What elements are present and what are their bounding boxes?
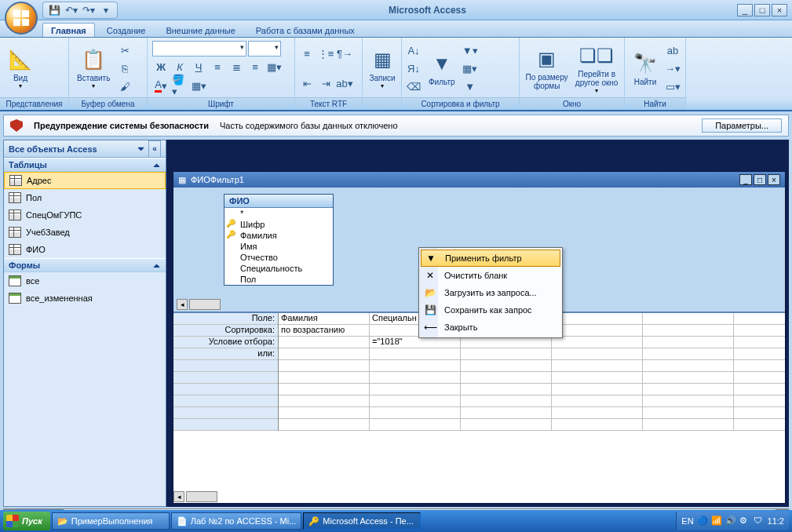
cell-field-1[interactable]: Фамилия bbox=[279, 313, 370, 324]
field-list-title[interactable]: ФИО bbox=[224, 195, 333, 208]
find-button[interactable]: 🔭 Найти bbox=[628, 40, 662, 97]
ltr-icon[interactable]: ¶→ bbox=[336, 45, 353, 62]
tray-icon[interactable]: 🔵 bbox=[697, 516, 708, 527]
cut-icon[interactable]: ✂ bbox=[116, 42, 133, 59]
nav-dropdown-icon[interactable]: ⏷ bbox=[137, 144, 145, 153]
nav-table-spec[interactable]: СпецОмГУПС bbox=[4, 206, 166, 224]
fill-color-icon[interactable]: 🪣▾ bbox=[171, 77, 188, 94]
bullets-icon[interactable]: ⋮≡ bbox=[317, 45, 334, 62]
collapse-icon[interactable]: ⏶ bbox=[153, 261, 161, 270]
tab-dbtools[interactable]: Работа с базами данных bbox=[247, 23, 363, 37]
increase-indent-icon[interactable]: ⇥ bbox=[317, 75, 334, 92]
menu-apply-filter[interactable]: ▼Применить фильтр bbox=[421, 250, 560, 267]
restore-button[interactable]: □ bbox=[754, 4, 770, 16]
field-otchestvo[interactable]: Отчество bbox=[224, 252, 333, 263]
tab-external[interactable]: Внешние данные bbox=[157, 23, 243, 37]
clock[interactable]: 11:2 bbox=[768, 516, 784, 526]
nav-collapse-button[interactable]: « bbox=[148, 140, 161, 158]
align-left-icon[interactable]: ≡ bbox=[209, 58, 226, 75]
gridlines-icon[interactable]: ▦▾ bbox=[265, 58, 283, 75]
doc-close-button[interactable]: × bbox=[768, 174, 780, 185]
goto-icon[interactable]: →▾ bbox=[664, 60, 681, 77]
qat-dropdown-icon[interactable]: ▾ bbox=[100, 4, 112, 16]
design-surface[interactable]: ФИО * Шифр Фамилия Имя Отчество Специаль… bbox=[173, 188, 785, 313]
italic-icon[interactable]: К bbox=[171, 58, 188, 75]
menu-close[interactable]: ⟵Закрыть bbox=[421, 319, 560, 336]
nav-form-all[interactable]: все bbox=[4, 272, 166, 290]
start-button[interactable]: Пуск bbox=[3, 512, 50, 530]
tray-icon[interactable]: 🛡 bbox=[754, 516, 765, 527]
minimize-button[interactable]: _ bbox=[737, 4, 753, 16]
field-familia[interactable]: Фамилия bbox=[224, 230, 333, 241]
field-shifr[interactable]: Шифр bbox=[224, 219, 333, 230]
doc-maximize-button[interactable]: □ bbox=[754, 174, 766, 185]
menu-save-query[interactable]: 💾Сохранить как запрос bbox=[421, 301, 560, 319]
field-star[interactable]: * bbox=[224, 208, 333, 219]
numbering-icon[interactable]: ≡ bbox=[298, 45, 316, 62]
collapse-icon[interactable]: ⏶ bbox=[153, 161, 161, 169]
select-icon[interactable]: ▭▾ bbox=[664, 78, 681, 95]
filter-button[interactable]: ▼ Фильтр bbox=[424, 40, 460, 97]
advanced-filter-icon[interactable]: ▦▾ bbox=[462, 60, 479, 77]
close-button[interactable]: × bbox=[772, 4, 787, 16]
tab-create[interactable]: Создание bbox=[98, 23, 155, 37]
cell-sort-1[interactable]: по возрастанию bbox=[279, 325, 370, 336]
field-imya[interactable]: Имя bbox=[224, 241, 333, 252]
field-spec[interactable]: Специальность bbox=[224, 263, 333, 274]
office-button[interactable] bbox=[5, 2, 38, 35]
grid-scroll-nav[interactable]: ◂ bbox=[173, 490, 217, 503]
scroll-left-icon[interactable]: ◂ bbox=[177, 299, 188, 310]
menu-clear-grid[interactable]: ✕Очистить бланк bbox=[421, 267, 560, 284]
taskbar-access[interactable]: 🔑Microsoft Access - Пе... bbox=[303, 512, 421, 530]
alt-fill-icon[interactable]: ▦▾ bbox=[190, 77, 207, 94]
taskbar-folder[interactable]: 📂ПримерВыполнения bbox=[52, 512, 170, 530]
tray-icon[interactable]: ⚙ bbox=[739, 516, 750, 527]
save-icon[interactable]: 💾 bbox=[48, 4, 60, 16]
redo-icon[interactable]: ↷▾ bbox=[82, 4, 95, 16]
underline-icon[interactable]: Ч bbox=[190, 58, 207, 75]
records-button[interactable]: ▦ Записи ▾ bbox=[366, 40, 399, 97]
nav-section-tables[interactable]: Таблицы⏶ bbox=[4, 158, 166, 172]
nav-table-fio[interactable]: ФИО bbox=[4, 241, 166, 258]
taskbar-word[interactable]: 📄Лаб №2 по ACCESS - Mi... bbox=[171, 512, 302, 530]
nav-header[interactable]: Все объекты Access ⏷ « bbox=[4, 140, 166, 158]
sort-desc-icon[interactable]: Я↓ bbox=[405, 60, 422, 77]
nav-form-all-modified[interactable]: все_измененная bbox=[4, 290, 166, 307]
switch-window-button[interactable]: ❏❏ Перейти в другое окно ▾ bbox=[572, 40, 621, 97]
security-options-button[interactable]: Параметры... bbox=[702, 118, 782, 133]
scroll-left-icon[interactable]: ◂ bbox=[173, 491, 184, 502]
qbe-grid[interactable]: Поле: Сортировка: Условие отбора: или: Ф… bbox=[173, 313, 785, 503]
toggle-filter-icon[interactable]: ▼ bbox=[462, 78, 479, 95]
align-right-icon[interactable]: ≡ bbox=[246, 58, 264, 75]
filter-window-titlebar[interactable]: ▦ ФИОФильтр1 _ □ × bbox=[173, 172, 785, 188]
font-color-icon[interactable]: A▾ bbox=[152, 77, 170, 94]
highlight-icon[interactable]: ab▾ bbox=[336, 75, 353, 92]
tab-home[interactable]: Главная bbox=[42, 23, 95, 37]
field-list[interactable]: ФИО * Шифр Фамилия Имя Отчество Специаль… bbox=[224, 194, 334, 286]
paste-button[interactable]: 📋 Вставить ▾ bbox=[72, 40, 115, 97]
nav-table-address[interactable]: Адрес bbox=[4, 172, 166, 189]
cell-criteria-2[interactable]: ="1018" bbox=[370, 337, 461, 348]
align-center-icon[interactable]: ≣ bbox=[228, 58, 245, 75]
tray-icon[interactable]: 🔊 bbox=[725, 516, 736, 527]
nav-table-gender[interactable]: Пол bbox=[4, 189, 166, 206]
fit-form-button[interactable]: ▣ По размеру формы bbox=[523, 40, 571, 97]
tray-icon[interactable]: 📶 bbox=[711, 516, 722, 527]
sort-asc-icon[interactable]: A↓ bbox=[405, 42, 422, 59]
scroll-track[interactable] bbox=[189, 299, 221, 310]
copy-icon[interactable]: ⎘ bbox=[116, 60, 133, 77]
view-button[interactable]: 📐 Вид ▾ bbox=[3, 40, 38, 97]
field-pol[interactable]: Пол bbox=[224, 274, 333, 285]
decrease-indent-icon[interactable]: ⇤ bbox=[298, 75, 316, 92]
menu-load-query[interactable]: 📂Загрузить из запроса... bbox=[421, 284, 560, 301]
clear-sort-icon[interactable]: ⌫ bbox=[405, 78, 422, 95]
language-indicator[interactable]: EN bbox=[681, 516, 693, 526]
nav-table-school[interactable]: УчебЗавед bbox=[4, 224, 166, 241]
font-family-select[interactable] bbox=[152, 41, 246, 56]
font-size-select[interactable] bbox=[248, 41, 281, 56]
bold-icon[interactable]: Ж bbox=[152, 58, 170, 75]
undo-icon[interactable]: ↶▾ bbox=[65, 4, 78, 16]
nav-section-forms[interactable]: Формы⏶ bbox=[4, 258, 166, 272]
replace-icon[interactable]: ab bbox=[664, 42, 681, 59]
pane-scroll[interactable]: ◂ bbox=[177, 299, 221, 310]
